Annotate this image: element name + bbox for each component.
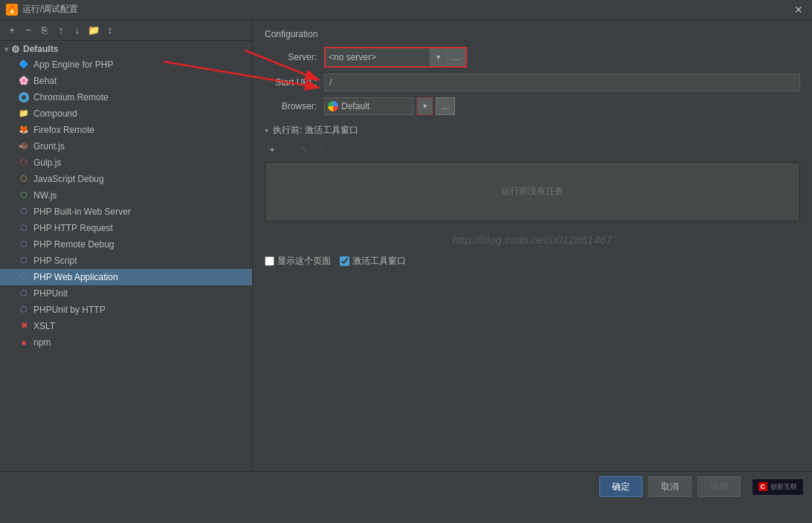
tree-item-appengine[interactable]: 🔷 App Engine for PHP (0, 56, 252, 73)
nwjs-icon: ⬡ (18, 189, 30, 201)
tree-item-npm[interactable]: ■ npm (0, 334, 252, 351)
phpwebapp-icon: ⬡ (18, 271, 30, 283)
server-select[interactable]: <no server> (326, 48, 430, 66)
tree-item-label: NW.js (33, 190, 57, 201)
phpscript-icon: ⬡ (18, 255, 30, 267)
bl-up-button[interactable]: ↑ (314, 143, 329, 157)
tree-item-gulp[interactable]: ⬡ Gulp.js (0, 155, 252, 171)
tree-item-label: Gulp.js (33, 157, 61, 168)
tree-item-compound[interactable]: 📁 Compound (0, 105, 252, 122)
activate-window-checkbox-label[interactable]: 激活工具窗口 (340, 255, 406, 267)
xslt-icon: ✖ (18, 320, 30, 332)
before-launch-section: ▾ 执行前: 激活工具窗口 + − ✎ ↑ ↓ 运行前没有任务 http://b… (265, 124, 800, 270)
tree-item-nwjs[interactable]: ⬡ NW.js (0, 187, 252, 204)
gulp-icon: ⬡ (18, 157, 30, 169)
npm-icon: ■ (18, 337, 30, 348)
close-button[interactable]: ✕ (791, 2, 806, 17)
tree-item-phpremote[interactable]: ⬡ PHP Remote Debug (0, 236, 252, 253)
server-label: Server: (265, 52, 324, 62)
tree-item-label: PHPUnit (33, 288, 68, 299)
browser-ellipsis-button[interactable]: ... (436, 97, 455, 115)
browser-label: Browser: (265, 101, 324, 111)
title-bar-text: 运行/调试配置 (22, 3, 78, 16)
show-page-checkbox[interactable] (265, 256, 274, 266)
appengine-icon: 🔷 (18, 59, 30, 71)
tree-item-phpwebapp[interactable]: ⬡ PHP Web Application (0, 269, 252, 285)
grunt-icon: 🐗 (18, 140, 30, 152)
tree-item-phpbuilt[interactable]: ⬡ PHP Built-in Web Server (0, 204, 252, 220)
tree-item-phphttp[interactable]: ⬡ PHP HTTP Request (0, 220, 252, 236)
config-tree: ▾ ⚙ Defaults 🔷 App Engine for PHP 🌸 Beha… (0, 41, 252, 471)
tree-item-phpscript[interactable]: ⬡ PHP Script (0, 253, 252, 269)
tree-item-xslt[interactable]: ✖ XSLT (0, 318, 252, 334)
before-launch-options: 显示这个页面 激活工具窗口 (265, 252, 800, 270)
server-select-value: <no server> (329, 52, 376, 62)
tree-item-grunt[interactable]: 🐗 Grunt.js (0, 138, 252, 155)
bl-edit-button[interactable]: ✎ (297, 143, 312, 157)
browser-dropdown-arrow[interactable]: ▾ (416, 97, 433, 115)
phphttp-icon: ⬡ (18, 222, 30, 234)
confirm-button[interactable]: 确定 (599, 476, 642, 497)
tree-item-label: PHP Script (33, 256, 77, 266)
right-panel: Configuration Server: <no server> ▾ ... … (253, 20, 812, 471)
move-down-button[interactable]: ↓ (70, 22, 85, 37)
title-bar: 🔥 运行/调试配置 ✕ (0, 0, 812, 20)
phpbuilt-icon: ⬡ (18, 206, 30, 218)
tree-expand-arrow: ▾ (4, 45, 8, 53)
tree-item-behat[interactable]: 🌸 Behat (0, 73, 252, 89)
sort-button[interactable]: ↕ (103, 22, 117, 37)
server-dropdown-arrow[interactable]: ▾ (430, 48, 446, 66)
left-panel: + − ⎘ ↑ ↓ 📁 ↕ ▾ ⚙ Defaults 🔷 App Engine … (0, 20, 253, 471)
server-ellipsis-button[interactable]: ... (446, 48, 465, 66)
move-up-button[interactable]: ↑ (54, 22, 68, 37)
server-select-group: <no server> ▾ ... (324, 47, 467, 68)
before-launch-header: ▾ 执行前: 激活工具窗口 (265, 124, 800, 137)
bl-remove-button[interactable]: − (281, 143, 296, 157)
tree-item-label: Grunt.js (33, 141, 65, 152)
browser-select[interactable]: Default (324, 97, 413, 115)
copy-config-button[interactable]: ⎘ (37, 22, 52, 37)
before-launch-title: 执行前: 激活工具窗口 (273, 124, 358, 137)
server-row: Server: <no server> ▾ ... (265, 47, 800, 68)
folder-button[interactable]: 📁 (86, 22, 101, 37)
start-url-input[interactable] (324, 74, 800, 91)
bl-down-button[interactable]: ↓ (330, 143, 345, 157)
bl-add-button[interactable]: + (265, 143, 280, 157)
tree-item-firefox[interactable]: 🦊 Firefox Remote (0, 122, 252, 138)
browser-chrome-icon (328, 101, 338, 111)
tree-toolbar: + − ⎘ ↑ ↓ 📁 ↕ (0, 20, 252, 41)
config-section-title: Configuration (265, 29, 800, 39)
tree-item-label: PHP HTTP Request (33, 223, 113, 233)
before-launch-collapse-arrow[interactable]: ▾ (265, 126, 268, 134)
apply-button[interactable]: 应用 (697, 476, 741, 497)
remove-config-button[interactable]: − (21, 22, 36, 37)
compound-icon: 📁 (18, 108, 30, 120)
activate-window-label: 激活工具窗口 (352, 255, 406, 267)
start-url-row: Start URL: (265, 74, 800, 91)
tree-item-label: Firefox Remote (33, 125, 94, 135)
show-page-label: 显示这个页面 (277, 255, 331, 267)
tree-item-label: Behat (33, 76, 57, 86)
tree-item-label: npm (33, 337, 51, 348)
tree-root-defaults[interactable]: ▾ ⚙ Defaults (0, 42, 252, 56)
cancel-button[interactable]: 取消 (648, 476, 692, 497)
csdn-logo: C (758, 482, 768, 491)
tree-item-phpunit[interactable]: ⬡ PHPUnit (0, 285, 252, 302)
tree-item-label: Compound (33, 108, 77, 119)
tree-item-label: App Engine for PHP (33, 59, 113, 70)
activate-window-checkbox[interactable] (340, 256, 349, 266)
before-launch-toolbar: + − ✎ ↑ ↓ (265, 143, 800, 157)
tree-item-phpunithttp[interactable]: ⬡ PHPUnit by HTTP (0, 302, 252, 318)
firefox-icon: 🦊 (18, 124, 30, 136)
show-page-checkbox-label[interactable]: 显示这个页面 (265, 255, 331, 267)
tree-item-chromium[interactable]: Chromium Remote (0, 89, 252, 105)
csdn-watermark: C 创新互联 (753, 479, 804, 495)
phpunithttp-icon: ⬡ (18, 304, 30, 316)
browser-control: Default ▾ ... (324, 97, 800, 115)
chromium-icon (18, 91, 30, 103)
tree-item-jsdebug[interactable]: ⬡ JavaScript Debug (0, 171, 252, 187)
jsdebug-icon: ⬡ (18, 173, 30, 185)
bottom-bar: 确定 取消 应用 C 创新互联 (0, 471, 812, 502)
start-url-label: Start URL: (265, 77, 324, 88)
add-config-button[interactable]: + (4, 22, 19, 37)
